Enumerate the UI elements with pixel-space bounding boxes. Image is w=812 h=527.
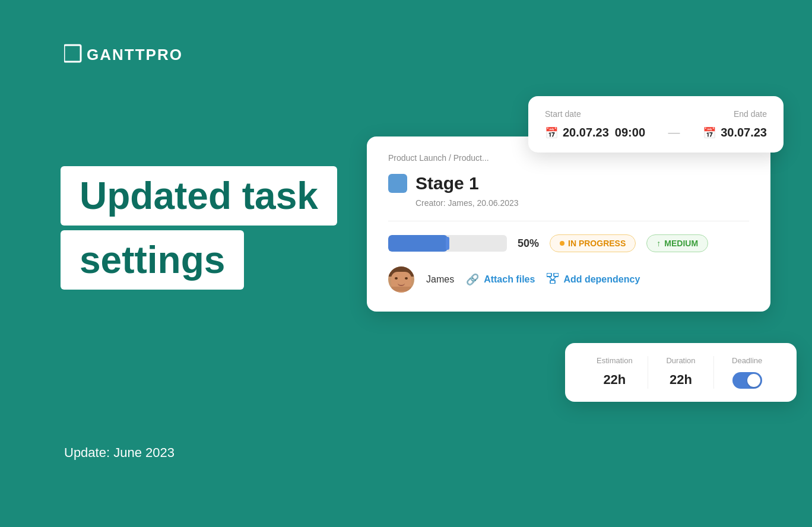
breadcrumb: Product Launch / Product... xyxy=(388,153,749,163)
date-card: Start date End date 📅 20.07.23 09:00 — 📅… xyxy=(528,96,784,153)
estimation-stat: Estimation 22h xyxy=(582,356,648,389)
status-label: IN PROGRESS xyxy=(568,239,626,248)
progress-percent: 50% xyxy=(518,237,539,250)
dependency-icon xyxy=(547,273,559,287)
svg-rect-4 xyxy=(550,280,555,284)
start-date-value[interactable]: 📅 20.07.23 xyxy=(545,126,609,139)
avatar-beard xyxy=(391,287,411,291)
progress-bar-fill xyxy=(388,235,448,252)
avatar xyxy=(388,266,414,293)
progress-bar[interactable] xyxy=(388,235,507,252)
task-card: Product Launch / Product... Stage 1 Crea… xyxy=(367,136,770,312)
deadline-label: Deadline xyxy=(732,356,762,365)
avatar-eye-right xyxy=(405,277,408,280)
avatar-eye-left xyxy=(395,277,398,280)
status-badge[interactable]: IN PROGRESS xyxy=(550,234,636,252)
add-dependency-label: Add dependency xyxy=(563,274,640,285)
priority-badge[interactable]: ↑ MEDIUM xyxy=(646,234,708,252)
svg-line-5 xyxy=(549,277,553,280)
svg-text:GANTTPRO: GANTTPRO xyxy=(87,46,183,64)
deadline-toggle[interactable] xyxy=(732,372,762,389)
hero-line1: Updated task xyxy=(61,166,337,226)
assignee-name: James xyxy=(426,274,454,285)
add-dependency-button[interactable]: Add dependency xyxy=(547,273,640,287)
stats-card: Estimation 22h Duration 22h Deadline xyxy=(565,343,797,402)
status-dot-icon xyxy=(560,241,564,246)
progress-bar-handle xyxy=(446,237,449,250)
update-label: Update: June 2023 xyxy=(64,445,175,461)
paperclip-icon: 🔗 xyxy=(466,273,479,286)
svg-rect-2 xyxy=(547,273,551,277)
task-color-indicator xyxy=(388,174,407,193)
date-separator: — xyxy=(651,126,697,139)
hero-line2: settings xyxy=(61,230,244,290)
estimation-value: 22h xyxy=(603,372,626,388)
priority-label: MEDIUM xyxy=(664,239,698,248)
start-date-label: Start date xyxy=(545,109,581,119)
svg-line-6 xyxy=(553,277,556,280)
progress-row: 50% IN PROGRESS ↑ MEDIUM xyxy=(388,234,749,252)
duration-label: Duration xyxy=(666,356,695,365)
end-date-value[interactable]: 📅 30.07.23 xyxy=(703,126,767,139)
deadline-stat: Deadline xyxy=(713,356,780,389)
task-title-row: Stage 1 xyxy=(388,173,749,193)
estimation-label: Estimation xyxy=(597,356,633,365)
svg-rect-0 xyxy=(64,45,81,62)
svg-rect-3 xyxy=(554,273,559,277)
attach-files-label: Attach files xyxy=(484,274,535,285)
calendar-end-icon: 📅 xyxy=(703,126,716,139)
task-title: Stage 1 xyxy=(415,173,479,193)
end-date-label: End date xyxy=(734,109,767,119)
divider xyxy=(388,221,749,221)
priority-arrow-icon: ↑ xyxy=(656,239,661,248)
duration-value: 22h xyxy=(670,372,692,388)
duration-stat: Duration 22h xyxy=(648,356,714,389)
attach-files-button[interactable]: 🔗 Attach files xyxy=(466,273,535,286)
logo: GANTTPRO xyxy=(64,43,195,68)
toggle-knob xyxy=(747,374,760,387)
start-time-value[interactable]: 09:00 xyxy=(615,126,645,139)
calendar-start-icon: 📅 xyxy=(545,126,558,139)
task-creator: Creator: James, 20.06.2023 xyxy=(415,198,749,208)
assignee-row: James 🔗 Attach files Add dependency xyxy=(388,266,749,293)
